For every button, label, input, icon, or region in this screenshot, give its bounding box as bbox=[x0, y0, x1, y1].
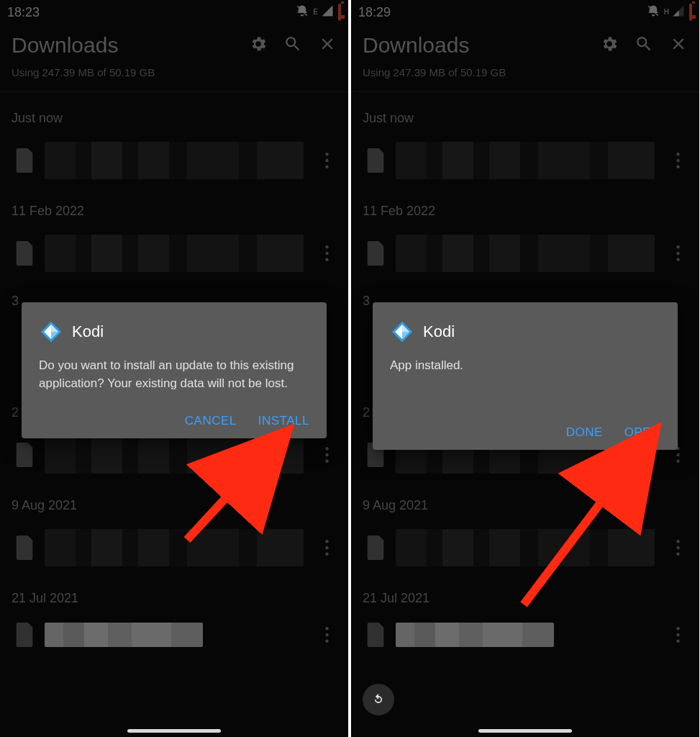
svg-point-13 bbox=[325, 633, 328, 636]
search-button[interactable] bbox=[635, 35, 653, 56]
svg-point-27 bbox=[676, 453, 679, 456]
close-button[interactable] bbox=[669, 35, 688, 56]
settings-button[interactable] bbox=[600, 35, 619, 56]
file-icon bbox=[14, 241, 35, 266]
dialog-body: Do you want to install an update to this… bbox=[39, 357, 309, 392]
svg-point-21 bbox=[676, 159, 679, 162]
settings-button[interactable] bbox=[249, 35, 268, 56]
svg-point-31 bbox=[676, 553, 679, 556]
svg-point-6 bbox=[325, 447, 328, 450]
section-9-aug: 9 Aug 2021 bbox=[351, 479, 699, 523]
redacted-text bbox=[396, 142, 655, 179]
file-icon bbox=[14, 443, 35, 467]
svg-point-8 bbox=[325, 460, 328, 463]
status-time: 18:23 bbox=[7, 5, 40, 20]
refresh-fab[interactable] bbox=[363, 684, 394, 715]
dialog-body: App installed. bbox=[390, 357, 660, 375]
section-just-now: Just now bbox=[351, 92, 699, 136]
section-just-now: Just now bbox=[0, 92, 348, 136]
redacted-text bbox=[45, 436, 304, 474]
section-21-jul: 21 Jul 2021 bbox=[351, 572, 699, 616]
header-actions bbox=[600, 35, 688, 56]
open-button[interactable]: OPEN bbox=[624, 425, 660, 440]
gesture-nav-pill[interactable] bbox=[478, 729, 572, 733]
more-button[interactable] bbox=[665, 240, 691, 266]
phone-right: 18:29 H Downloads Using 247.39 MB of 50.… bbox=[351, 0, 699, 737]
section-21-jul: 21 Jul 2021 bbox=[0, 572, 348, 616]
svg-point-0 bbox=[325, 153, 328, 155]
file-icon bbox=[14, 623, 35, 647]
status-bar: 18:23 E bbox=[0, 0, 348, 24]
redacted-text bbox=[45, 529, 304, 566]
close-button[interactable] bbox=[318, 35, 337, 56]
svg-point-14 bbox=[325, 640, 328, 643]
list-item[interactable] bbox=[351, 229, 699, 278]
more-button[interactable] bbox=[314, 535, 340, 561]
more-button[interactable] bbox=[665, 535, 691, 561]
redacted-text bbox=[396, 623, 554, 647]
svg-point-23 bbox=[676, 245, 679, 248]
redacted-text bbox=[396, 235, 655, 272]
more-button[interactable] bbox=[314, 622, 340, 648]
svg-point-33 bbox=[676, 633, 679, 636]
svg-point-24 bbox=[676, 252, 679, 255]
install-button[interactable]: INSTALL bbox=[258, 414, 309, 428]
signal-icon bbox=[672, 4, 685, 21]
section-11-feb: 11 Feb 2022 bbox=[0, 185, 348, 229]
search-button[interactable] bbox=[283, 35, 302, 56]
svg-point-29 bbox=[676, 540, 679, 543]
list-item[interactable] bbox=[0, 616, 348, 654]
section-9-aug: 9 Aug 2021 bbox=[0, 479, 348, 523]
status-icons: E bbox=[296, 4, 341, 21]
svg-point-11 bbox=[325, 553, 328, 556]
header-actions bbox=[249, 35, 337, 56]
dnd-icon bbox=[296, 4, 309, 21]
dialog-title: Kodi bbox=[423, 322, 455, 341]
install-dialog: Kodi Do you want to install an update to… bbox=[22, 302, 327, 438]
list-item[interactable] bbox=[351, 523, 699, 572]
kodi-app-icon bbox=[39, 320, 63, 344]
svg-point-9 bbox=[325, 540, 328, 543]
list-item[interactable] bbox=[0, 229, 348, 278]
installed-dialog: Kodi App installed. DONE OPEN bbox=[373, 302, 678, 450]
battery-icon bbox=[689, 5, 692, 20]
file-icon bbox=[14, 535, 35, 560]
app-header: Downloads bbox=[351, 24, 699, 62]
svg-point-2 bbox=[325, 166, 328, 168]
file-icon bbox=[365, 535, 386, 560]
more-button[interactable] bbox=[665, 622, 691, 648]
status-time: 18:29 bbox=[358, 5, 391, 20]
file-icon bbox=[365, 241, 386, 266]
app-header: Downloads bbox=[0, 24, 348, 62]
done-button[interactable]: DONE bbox=[566, 425, 603, 440]
kodi-app-icon bbox=[390, 320, 414, 344]
svg-point-22 bbox=[676, 166, 679, 168]
svg-point-28 bbox=[676, 460, 679, 463]
gesture-nav-pill[interactable] bbox=[127, 729, 221, 733]
dnd-icon bbox=[647, 4, 660, 21]
svg-point-30 bbox=[676, 546, 679, 549]
svg-point-7 bbox=[325, 453, 328, 456]
more-button[interactable] bbox=[314, 240, 340, 266]
svg-point-1 bbox=[325, 159, 328, 162]
dialog-title: Kodi bbox=[72, 322, 104, 341]
redacted-text bbox=[45, 142, 304, 179]
svg-point-25 bbox=[676, 258, 679, 261]
svg-point-3 bbox=[325, 245, 328, 248]
list-item[interactable] bbox=[351, 616, 699, 654]
battery-icon bbox=[338, 5, 341, 20]
section-11-feb: 11 Feb 2022 bbox=[351, 185, 699, 229]
svg-point-20 bbox=[676, 153, 679, 155]
more-button[interactable] bbox=[314, 148, 340, 173]
svg-point-4 bbox=[325, 252, 328, 255]
cancel-button[interactable]: CANCEL bbox=[185, 414, 237, 428]
svg-point-34 bbox=[676, 640, 679, 643]
storage-line: Using 247.39 MB of 50.19 GB bbox=[351, 62, 699, 92]
redacted-text bbox=[45, 235, 304, 272]
list-item[interactable] bbox=[0, 136, 348, 185]
list-item[interactable] bbox=[0, 523, 348, 572]
more-button[interactable] bbox=[665, 148, 691, 173]
list-item[interactable] bbox=[351, 136, 699, 185]
more-button[interactable] bbox=[314, 442, 340, 468]
signal-icon bbox=[321, 4, 334, 21]
